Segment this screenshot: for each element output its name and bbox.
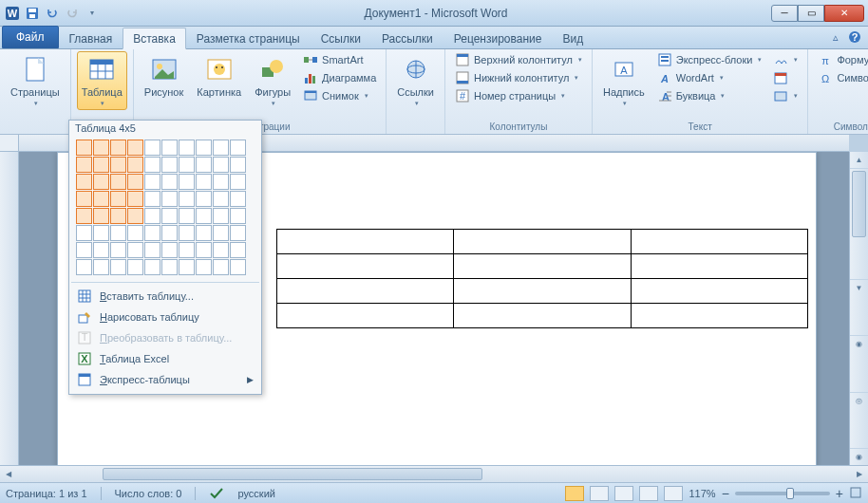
maximize-button[interactable]: ▭ (798, 5, 824, 22)
clipart-button[interactable]: Картинка (192, 51, 246, 101)
draw-table-item[interactable]: Нарисовать таблицу (69, 307, 261, 327)
grid-cell[interactable] (230, 242, 246, 258)
grid-cell[interactable] (179, 208, 195, 224)
table-cell[interactable] (631, 254, 807, 279)
horizontal-scrollbar[interactable]: ◀ ▶ (0, 465, 868, 482)
grid-cell[interactable] (110, 140, 126, 156)
spellcheck-icon[interactable] (209, 486, 224, 501)
links-button[interactable]: Ссылки ▾ (392, 51, 439, 110)
grid-cell[interactable] (93, 259, 109, 275)
save-icon[interactable] (24, 5, 41, 22)
grid-cell[interactable] (93, 157, 109, 173)
grid-cell[interactable] (127, 208, 143, 224)
grid-cell[interactable] (110, 208, 126, 224)
vertical-scrollbar[interactable]: ▲ ▼ ◉ ◎ ◉ (849, 152, 868, 465)
grid-cell[interactable] (110, 242, 126, 258)
grid-cell[interactable] (76, 174, 92, 190)
hscroll-track[interactable] (17, 466, 851, 482)
grid-cell[interactable] (213, 191, 229, 207)
scroll-down-icon[interactable]: ▼ (850, 279, 868, 296)
zoom-in-button[interactable]: + (836, 486, 843, 501)
grid-cell[interactable] (93, 225, 109, 241)
excel-table-item[interactable]: X Таблица Excel (69, 348, 261, 369)
grid-cell[interactable] (127, 242, 143, 258)
object-button[interactable]: ▾ (769, 87, 802, 104)
redo-icon[interactable] (64, 5, 81, 22)
grid-cell[interactable] (127, 259, 143, 275)
view-web-button[interactable] (614, 486, 633, 501)
table-cell[interactable] (631, 304, 807, 328)
table-cell[interactable] (277, 279, 454, 304)
grid-cell[interactable] (230, 174, 246, 190)
grid-cell[interactable] (196, 259, 212, 275)
tab-home[interactable]: Главная (59, 28, 123, 48)
document-table[interactable] (276, 229, 808, 328)
grid-cell[interactable] (127, 191, 143, 207)
grid-cell[interactable] (127, 174, 143, 190)
tab-review[interactable]: Рецензирование (443, 28, 553, 48)
grid-cell[interactable] (179, 191, 195, 207)
scroll-up-icon[interactable]: ▲ (850, 152, 868, 169)
tab-mailings[interactable]: Рассылки (371, 28, 443, 48)
zoom-knob[interactable] (786, 488, 794, 499)
zoom-out-button[interactable]: − (722, 486, 729, 501)
ruler-toggle[interactable] (0, 135, 19, 152)
shapes-button[interactable]: Фигуры ▾ (250, 51, 295, 110)
datetime-button[interactable] (769, 69, 802, 86)
grid-cell[interactable] (161, 225, 178, 241)
header-button[interactable]: Верхний колонтитул▾ (451, 51, 586, 68)
status-language[interactable]: русский (237, 488, 274, 499)
minimize-button[interactable]: ─ (771, 5, 798, 22)
hscroll-thumb[interactable] (103, 468, 482, 480)
grid-cell[interactable] (213, 140, 229, 156)
grid-cell[interactable] (76, 157, 92, 173)
grid-cell[interactable] (213, 225, 229, 241)
scroll-left-icon[interactable]: ◀ (0, 466, 17, 482)
grid-cell[interactable] (110, 191, 126, 207)
zoom-fit-icon[interactable] (849, 486, 862, 501)
grid-cell[interactable] (110, 225, 126, 241)
grid-cell[interactable] (161, 174, 178, 190)
grid-cell[interactable] (76, 242, 92, 258)
prev-page-icon[interactable]: ◉ (850, 335, 868, 352)
grid-cell[interactable] (76, 259, 92, 275)
dropcap-button[interactable]: AБуквица▾ (653, 87, 766, 104)
table-cell[interactable] (454, 254, 631, 279)
grid-cell[interactable] (230, 208, 246, 224)
grid-cell[interactable] (230, 140, 246, 156)
close-button[interactable]: ✕ (824, 5, 864, 22)
wordart-button[interactable]: AWordArt▾ (653, 69, 766, 86)
quick-tables-item[interactable]: Экспресс-таблицы ▶ (69, 369, 261, 390)
table-cell[interactable] (631, 279, 807, 304)
vertical-ruler[interactable] (0, 152, 19, 465)
insert-table-item[interactable]: Вставить таблицу... (69, 286, 261, 307)
ribbon-minimize-icon[interactable]: ▵ (828, 29, 843, 45)
grid-cell[interactable] (213, 208, 229, 224)
grid-cell[interactable] (110, 157, 126, 173)
footer-button[interactable]: Нижний колонтитул▾ (451, 69, 586, 86)
pages-button[interactable]: Страницы ▾ (6, 51, 65, 110)
chart-button[interactable]: Диаграмма (299, 69, 380, 86)
grid-cell[interactable] (93, 242, 109, 258)
textbox-button[interactable]: A Надпись ▾ (598, 51, 650, 110)
grid-cell[interactable] (161, 140, 178, 156)
grid-cell[interactable] (76, 140, 92, 156)
grid-cell[interactable] (213, 174, 229, 190)
grid-cell[interactable] (230, 157, 246, 173)
grid-cell[interactable] (213, 259, 229, 275)
table-cell[interactable] (277, 254, 454, 279)
grid-cell[interactable] (196, 174, 212, 190)
grid-cell[interactable] (179, 242, 195, 258)
grid-cell[interactable] (127, 157, 143, 173)
grid-cell[interactable] (179, 157, 195, 173)
grid-cell[interactable] (179, 174, 195, 190)
smartart-button[interactable]: SmartArt (299, 51, 380, 68)
table-cell[interactable] (277, 304, 454, 328)
scroll-thumb[interactable] (852, 171, 866, 237)
grid-cell[interactable] (161, 242, 178, 258)
grid-cell[interactable] (196, 208, 212, 224)
symbol-button[interactable]: ΩСимвол▾ (814, 69, 868, 86)
table-cell[interactable] (277, 230, 454, 254)
grid-cell[interactable] (127, 140, 143, 156)
grid-cell[interactable] (161, 191, 178, 207)
